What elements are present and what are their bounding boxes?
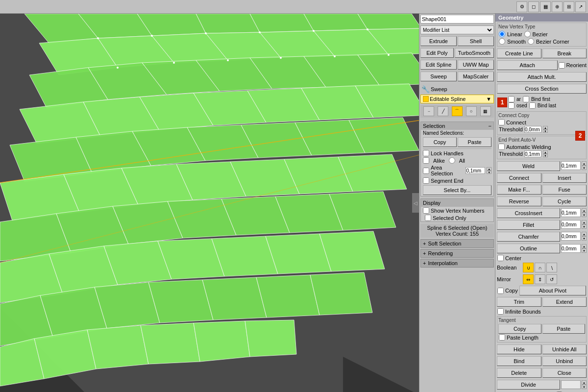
thr2-down[interactable]: ▼ xyxy=(543,154,548,157)
toolbar-icon-add[interactable]: ⊕ xyxy=(552,1,563,12)
weld-btn[interactable]: Weld xyxy=(497,161,560,171)
toolbar-icon-grid[interactable]: ▦ xyxy=(540,1,551,12)
make-f-btn[interactable]: Make F... xyxy=(497,185,541,195)
outline-btn[interactable]: Outline xyxy=(497,244,560,253)
about-pivot-btn[interactable]: About Pivot xyxy=(519,286,586,295)
extend-btn[interactable]: Extend xyxy=(542,297,587,307)
area-sel-down[interactable]: ▼ xyxy=(487,171,491,174)
attach-btn[interactable]: Attach xyxy=(497,60,558,70)
show-vertex-cb[interactable] xyxy=(423,207,429,214)
fillet-btn[interactable]: Fillet xyxy=(497,220,560,230)
named-sel-copy-btn[interactable]: Copy xyxy=(423,137,457,147)
grid-sub-icon[interactable]: ▦ xyxy=(480,106,491,116)
turbosmooth-button[interactable]: TurboSmooth xyxy=(455,48,494,58)
cycle-btn[interactable]: Cycle xyxy=(542,196,587,206)
crossinsert-input[interactable] xyxy=(561,208,581,217)
out-down[interactable]: ▼ xyxy=(582,248,587,253)
bool-icon1[interactable]: ∪ xyxy=(523,263,534,272)
connect-cb1[interactable] xyxy=(508,96,514,102)
soft-sel-header[interactable]: + Soft Selection xyxy=(420,239,494,248)
threshold-spinner1[interactable]: ▲ ▼ xyxy=(543,126,548,133)
crossinsert-btn[interactable]: CrossInsert xyxy=(497,208,560,218)
bezier-radio[interactable] xyxy=(524,31,531,37)
alike-cb[interactable] xyxy=(423,157,429,164)
toolbar-icon-settings[interactable]: ⚙ xyxy=(516,1,527,12)
cha-down[interactable]: ▼ xyxy=(582,236,587,241)
ci-down[interactable]: ▼ xyxy=(582,213,587,217)
closed-cb[interactable] xyxy=(508,102,514,109)
select-by-btn[interactable]: Select By... xyxy=(423,185,491,195)
fuse-btn[interactable]: Fuse xyxy=(542,185,587,195)
center-cb[interactable] xyxy=(497,255,504,261)
outline-input[interactable] xyxy=(561,244,581,253)
sweep-button[interactable]: Sweep xyxy=(420,72,457,81)
threshold-input2[interactable] xyxy=(524,150,541,157)
fillet-spinner[interactable]: ▲ ▼ xyxy=(582,220,587,230)
viewport[interactable]: ◁ ◁ xyxy=(0,14,419,392)
create-line-btn[interactable]: Create Line xyxy=(497,49,541,58)
divide-btn[interactable]: Divide xyxy=(497,380,560,390)
modifier-list-select[interactable]: Modifier List xyxy=(420,25,494,34)
fil-up[interactable]: ▲ xyxy=(582,220,587,224)
circle-sub-icon[interactable]: ○ xyxy=(466,106,477,116)
tan-paste-btn[interactable]: Paste xyxy=(542,324,586,334)
thr2-up[interactable]: ▲ xyxy=(543,150,548,154)
connect-btn[interactable]: Connect xyxy=(497,173,541,183)
selected-only-cb[interactable] xyxy=(425,215,431,221)
bind-btn[interactable]: Bind xyxy=(497,356,541,366)
fil-down[interactable]: ▼ xyxy=(582,224,587,229)
segment-sub-icon[interactable]: ╱ xyxy=(438,106,448,116)
bezier-corner-radio[interactable] xyxy=(528,38,534,45)
reorient-cb[interactable] xyxy=(559,62,565,69)
chamfer-btn[interactable]: Chamfer xyxy=(497,232,560,242)
edit-poly-button[interactable]: Edit Poly xyxy=(420,48,454,58)
toolbar-icon-layout[interactable]: ⊞ xyxy=(564,1,574,12)
mirror-icon2[interactable]: ⇕ xyxy=(535,274,545,284)
unbind-btn[interactable]: Unbind xyxy=(542,356,587,366)
hide-btn[interactable]: Hide xyxy=(497,344,541,354)
connect-copy-cb[interactable] xyxy=(498,119,505,125)
cross-section-btn[interactable]: Cross Section xyxy=(497,84,587,94)
shell-button[interactable]: Shell xyxy=(458,36,494,46)
bool-icon3[interactable]: ∖ xyxy=(546,263,557,272)
weld-input[interactable] xyxy=(561,161,581,170)
toolbar-icon-arrow[interactable]: ↗ xyxy=(575,1,586,12)
viewport-nav-right[interactable]: ◁ xyxy=(412,193,419,213)
out-up[interactable]: ▲ xyxy=(582,244,587,248)
crossinsert-spinner[interactable]: ▲ ▼ xyxy=(582,208,587,218)
fillet-input[interactable] xyxy=(561,220,581,229)
weld-spinner[interactable]: ▲ ▼ xyxy=(582,161,587,171)
smooth-radio[interactable] xyxy=(499,38,505,45)
divide-spinner[interactable]: ▲ ▼ xyxy=(582,380,587,389)
mirror-icon3[interactable]: ↺ xyxy=(546,274,557,284)
threshold-input1[interactable] xyxy=(524,126,541,133)
close-btn[interactable]: Close xyxy=(542,368,587,378)
delete-btn[interactable]: Delete xyxy=(497,368,541,378)
bool-icon2[interactable]: ∩ xyxy=(535,263,545,272)
area-sel-cb[interactable] xyxy=(423,168,429,174)
weld-up[interactable]: ▲ xyxy=(582,161,587,166)
toolbar-icon-view[interactable]: ◻ xyxy=(528,1,539,12)
div-up[interactable]: ▲ xyxy=(582,380,587,385)
attach-mult-btn[interactable]: Attach Mult. xyxy=(497,72,587,82)
spline-sub-icon[interactable]: ⌒ xyxy=(452,106,463,116)
area-sel-input[interactable] xyxy=(466,167,485,174)
reverse-btn[interactable]: Reverse xyxy=(497,196,541,206)
ci-up[interactable]: ▲ xyxy=(582,208,587,213)
area-sel-spinner[interactable]: ▲ ▼ xyxy=(487,167,491,174)
chamfer-input[interactable] xyxy=(561,232,581,241)
object-name-input[interactable] xyxy=(420,15,494,24)
bind-first-cb[interactable] xyxy=(523,96,529,102)
uww-map-button[interactable]: UWW Map xyxy=(458,60,494,70)
infinite-bounds-cb[interactable] xyxy=(497,308,504,315)
paste-length-cb[interactable] xyxy=(499,334,505,341)
bind-last-cb[interactable] xyxy=(529,102,536,109)
mirror-icon1[interactable]: ⇔ xyxy=(523,274,534,284)
mapscaler-button[interactable]: MapScaler xyxy=(458,72,494,81)
rendering-header[interactable]: + Rendering xyxy=(420,249,494,258)
copy-mirror-cb[interactable] xyxy=(497,288,504,294)
chamfer-spinner[interactable]: ▲ ▼ xyxy=(582,232,587,242)
interpolation-header[interactable]: + Interpolation xyxy=(420,259,494,268)
editable-spline-row[interactable]: Editable Spline ▼ xyxy=(420,95,494,103)
thr1-down[interactable]: ▼ xyxy=(543,129,548,133)
